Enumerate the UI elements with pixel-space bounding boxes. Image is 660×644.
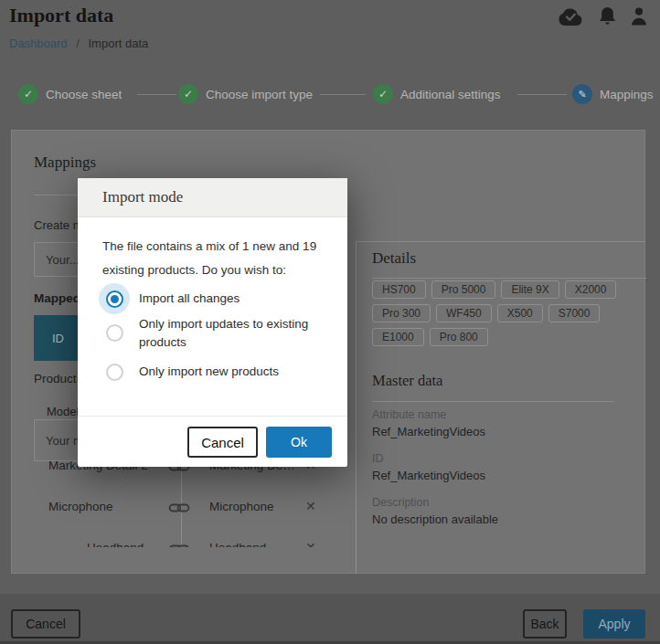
- product-tag[interactable]: E1000: [372, 328, 424, 346]
- attribute-item-model[interactable]: Model: [47, 405, 79, 418]
- cancel-button[interactable]: Cancel: [11, 609, 80, 639]
- attribute-item-product[interactable]: Product: [34, 372, 77, 385]
- radio-import-all-changes[interactable]: Import all changes: [99, 283, 327, 314]
- radio-label: Only import new products: [139, 363, 279, 381]
- mapped-column-header: Mapped: [34, 291, 80, 305]
- breadcrumb-dashboard-link[interactable]: Dashboard: [9, 37, 68, 50]
- close-icon[interactable]: ✕: [305, 540, 316, 547]
- step-mappings[interactable]: Mappings: [600, 88, 654, 101]
- tag-row: Pro 300 WF450 X500 S7000: [372, 304, 600, 322]
- field-value: Ref_MarketingVideos: [372, 467, 637, 484]
- breadcrumb-separator: /: [70, 37, 85, 50]
- bell-icon[interactable]: [599, 6, 616, 26]
- apply-button[interactable]: Apply: [583, 609, 645, 639]
- product-tag[interactable]: S7000: [548, 304, 601, 322]
- dialog-message: The file contains a mix of 1 new and 19 …: [102, 235, 338, 282]
- field-label: Description: [372, 495, 637, 511]
- dialog-title: Import mode: [78, 178, 347, 217]
- radio-only-updates-existing[interactable]: Only import updates to existing products: [99, 317, 327, 352]
- details-title: Details: [372, 249, 416, 268]
- footer-bar: Cancel Back Apply: [0, 594, 660, 644]
- radio-unselected-icon[interactable]: [99, 356, 130, 387]
- header-icons: [557, 6, 647, 26]
- details-panel: Details HS700 Pro 5000 Elite 9X X2000 Pr…: [356, 241, 645, 574]
- master-data-fields: Attribute name Ref_MarketingVideos ID Re…: [372, 407, 637, 539]
- dialog-ok-button[interactable]: Ok: [266, 427, 332, 458]
- product-tag[interactable]: X500: [497, 304, 543, 322]
- step-connector: [137, 94, 176, 95]
- tag-row: HS700 Pro 5000 Elite 9X X2000: [372, 280, 616, 299]
- product-tag[interactable]: Elite 9X: [501, 280, 559, 299]
- radio-unselected-icon[interactable]: [99, 317, 130, 348]
- close-icon[interactable]: ✕: [305, 499, 316, 513]
- field-label: ID: [372, 451, 637, 467]
- field-id: ID Ref_MarketingVideos: [372, 451, 637, 484]
- field-value: No description available: [372, 511, 637, 528]
- step-additional-settings[interactable]: Additional settings: [400, 88, 501, 101]
- breadcrumb-current: Import data: [88, 37, 148, 50]
- step-connector: [320, 94, 366, 95]
- import-mode-dialog: Import mode The file contains a mix of 1…: [78, 178, 347, 467]
- radio-selected-icon[interactable]: [99, 283, 130, 314]
- field-attribute-name: Attribute name Ref_MarketingVideos: [372, 407, 637, 440]
- radio-label: Import all changes: [139, 290, 240, 308]
- back-button[interactable]: Back: [523, 609, 567, 639]
- step-choose-import-type[interactable]: Choose import type: [206, 88, 313, 101]
- link-icon[interactable]: [168, 501, 190, 517]
- step-additional-settings-check-icon: ✓: [373, 84, 393, 104]
- field-description: Description No description available: [372, 495, 637, 528]
- product-tag[interactable]: Pro 5000: [431, 280, 496, 299]
- cloud-check-icon[interactable]: [557, 7, 584, 26]
- mapping-row: Microphone Microphone ✕: [34, 493, 327, 519]
- page-title: Import data: [9, 4, 113, 27]
- link-icon[interactable]: [168, 542, 190, 547]
- product-tag[interactable]: HS700: [372, 280, 426, 299]
- product-tag[interactable]: Pro 300: [372, 304, 431, 322]
- product-tag[interactable]: Pro 800: [430, 328, 488, 346]
- step-choose-import-type-check-icon: ✓: [178, 84, 198, 104]
- master-data-title: Master data: [372, 372, 442, 390]
- dialog-cancel-button[interactable]: Cancel: [187, 427, 258, 458]
- user-icon[interactable]: [631, 7, 647, 26]
- source-field-label: Headband: [87, 541, 144, 548]
- tag-row: E1000 Pro 800: [372, 328, 488, 346]
- master-data-rule: [372, 401, 614, 402]
- radio-only-new-products[interactable]: Only import new products: [99, 356, 327, 387]
- mapped-field-label: Microphone: [209, 500, 274, 513]
- step-choose-sheet[interactable]: Choose sheet: [46, 88, 122, 101]
- step-mappings-pencil-icon: ✎: [572, 84, 592, 104]
- breadcrumb: Dashboard / Import data: [9, 37, 148, 50]
- radio-label: Only import updates to existing products: [139, 315, 322, 352]
- mapped-field-label: Headband: [209, 541, 266, 548]
- details-rule: [372, 278, 646, 279]
- step-connector: [517, 94, 567, 95]
- mappings-section-title: Mappings: [34, 153, 96, 172]
- product-tag[interactable]: WF450: [436, 304, 492, 322]
- source-field-label: Microphone: [48, 500, 113, 513]
- step-choose-sheet-check-icon: ✓: [18, 84, 38, 104]
- product-tag[interactable]: X2000: [565, 280, 617, 299]
- mapping-row: Headband Headband ✕: [34, 534, 327, 547]
- dialog-footer-divider: [78, 416, 347, 417]
- field-value: Ref_MarketingVideos: [372, 423, 637, 440]
- field-label: Attribute name: [372, 407, 637, 423]
